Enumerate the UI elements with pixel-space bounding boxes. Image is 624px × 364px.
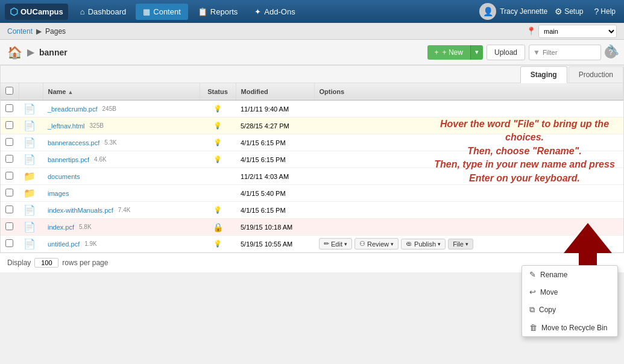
td-file-icon: 📄 (19, 202, 43, 219)
review-label: Review (367, 240, 389, 248)
breadcrumb-pages: Pages (45, 27, 66, 36)
file-link[interactable]: _breadcrumb.pcf (48, 105, 98, 113)
file-button[interactable]: File ▾ (448, 239, 473, 249)
nav-dashboard[interactable]: ⌂ Dashboard (73, 4, 133, 20)
new-button[interactable]: + + New (427, 45, 470, 60)
file-link[interactable]: index-withManuals.pcf (48, 207, 113, 214)
setup-button[interactable]: ⚙ Setup (551, 4, 587, 19)
avatar: 👤 (479, 3, 496, 20)
td-modified: 11/2/11 4:03 AM (236, 168, 314, 185)
file-link[interactable]: _leftnav.html (48, 122, 85, 130)
td-file-icon: 📁 (19, 185, 43, 202)
td-status: 🔒 (200, 219, 236, 236)
file-link[interactable]: documents (48, 173, 80, 180)
breadcrumb-content[interactable]: Content (7, 27, 33, 36)
td-file-icon: 📄 (19, 151, 43, 168)
row-checkbox[interactable] (5, 121, 13, 129)
tab-production[interactable]: Production (569, 66, 623, 83)
table-row: 📁 documents 11/2/11 4:03 AM (1, 168, 623, 185)
home-folder-icon[interactable]: 🏠 (7, 45, 22, 60)
gear-icon: ⚙ (555, 7, 563, 16)
toolbar: 🏠 ▶ banner + + New ▾ Upload ▼ ? 🔧 (0, 40, 624, 65)
rows-per-page-input[interactable] (34, 258, 58, 268)
td-options (314, 202, 623, 219)
review-button[interactable]: ⚇ Review ▾ (355, 238, 399, 249)
reports-icon: 📋 (198, 7, 207, 16)
tab-staging[interactable]: Staging (520, 66, 567, 83)
status-bulb-yellow-icon: 💡 (213, 122, 222, 129)
file-size: 4.6K (94, 156, 107, 163)
file-link[interactable]: images (48, 190, 69, 197)
wrench-icon[interactable]: 🔧 (607, 44, 619, 55)
td-status: 💡 (200, 134, 236, 151)
th-name[interactable]: Name ▲ (43, 83, 200, 100)
row-checkbox[interactable] (5, 222, 13, 230)
rows-per-page-label: rows per page (62, 259, 108, 267)
td-status: 💡 (200, 118, 236, 134)
row-checkbox[interactable] (5, 155, 13, 163)
td-status (200, 168, 236, 185)
row-checkbox[interactable] (5, 104, 13, 112)
td-name: _breadcrumb.pcf 245B (43, 100, 200, 118)
app-logo[interactable]: ⬡ OUCampus (5, 4, 68, 20)
filter-icon: ▼ (533, 48, 540, 57)
td-modified: 11/1/11 9:40 AM (236, 100, 314, 118)
table-header-row: Name ▲ Status Modified Options (1, 83, 623, 100)
td-name: _leftnav.html 325B (43, 118, 200, 134)
upload-button[interactable]: Upload (487, 45, 525, 60)
file-link[interactable]: index.pcf (48, 224, 74, 231)
nav-right: 👤 Tracy Jennette ⚙ Setup ? Help (479, 3, 619, 20)
row-checkbox[interactable] (5, 239, 13, 247)
file-caret: ▾ (465, 241, 468, 247)
td-options (314, 168, 623, 185)
context-menu-rename[interactable]: ✎ Rename (522, 266, 617, 283)
td-status: 💡 (200, 236, 236, 253)
publish-button[interactable]: ᪤ Publish ▾ (401, 239, 446, 249)
filter-input[interactable] (543, 49, 591, 56)
file-link[interactable]: banneraccess.pcf (48, 139, 99, 146)
review-caret: ▾ (391, 241, 394, 247)
th-status: Status (200, 83, 236, 100)
row-checkbox[interactable] (5, 138, 13, 146)
pcf-icon: 📄 (24, 154, 36, 165)
breadcrumb-separator: ▶ (36, 27, 42, 36)
table-row: 📄 index.pcf 5.8K 🔒 5/19/15 10:18 AM (1, 219, 623, 236)
help-label: Help (600, 7, 616, 16)
status-bulb-icon: 💡 (213, 105, 222, 112)
td-name: documents (43, 168, 200, 185)
context-menu-move[interactable]: ↩ Move (522, 283, 617, 301)
move-icon: ↩ (529, 287, 536, 297)
th-options: Options (314, 83, 623, 100)
row-checkbox[interactable] (5, 206, 13, 213)
display-label: Display (7, 259, 31, 267)
td-options (314, 134, 623, 151)
edit-button[interactable]: ✏ Edit ▾ (319, 238, 352, 249)
select-all-checkbox[interactable] (5, 87, 13, 95)
table-row: 📄 _leftnav.html 325B 💡 5/28/15 4:27 PM (1, 118, 623, 134)
row-checkbox[interactable] (5, 172, 13, 180)
file-link[interactable]: bannertips.pcf (48, 156, 89, 163)
td-options (314, 151, 623, 168)
th-file-type-icon (19, 83, 43, 100)
row-checkbox[interactable] (5, 189, 13, 196)
context-menu-recycle[interactable]: 🗑 Move to Recycle Bin (522, 319, 617, 336)
nav-addons-label: Add-Ons (264, 7, 295, 16)
table-row: 📁 images 4/1/15 5:40 PM (1, 185, 623, 202)
nav-addons[interactable]: ✦ Add-Ons (247, 4, 302, 20)
edit-icon: ✏ (324, 240, 329, 248)
location-select[interactable]: main (538, 25, 617, 38)
new-dropdown-arrow[interactable]: ▾ (470, 45, 483, 60)
td-file-icon: 📄 (19, 100, 43, 118)
file-link[interactable]: untitled.pcf (48, 240, 80, 248)
current-folder-path: banner (39, 48, 68, 57)
nav-reports[interactable]: 📋 Reports (191, 4, 245, 20)
td-options (314, 100, 623, 118)
td-file-icon: 📄 (19, 118, 43, 134)
top-nav: ⬡ OUCampus ⌂ Dashboard ▦ Content 📋 Repor… (0, 0, 624, 23)
status-bulb-icon: 💡 (213, 206, 222, 213)
file-label: File (453, 240, 464, 248)
nav-content[interactable]: ▦ Content (136, 4, 188, 20)
pcf-icon: 📄 (24, 137, 36, 148)
context-menu-copy[interactable]: ⧉ Copy (522, 301, 617, 319)
help-button[interactable]: ? Help (591, 4, 619, 19)
